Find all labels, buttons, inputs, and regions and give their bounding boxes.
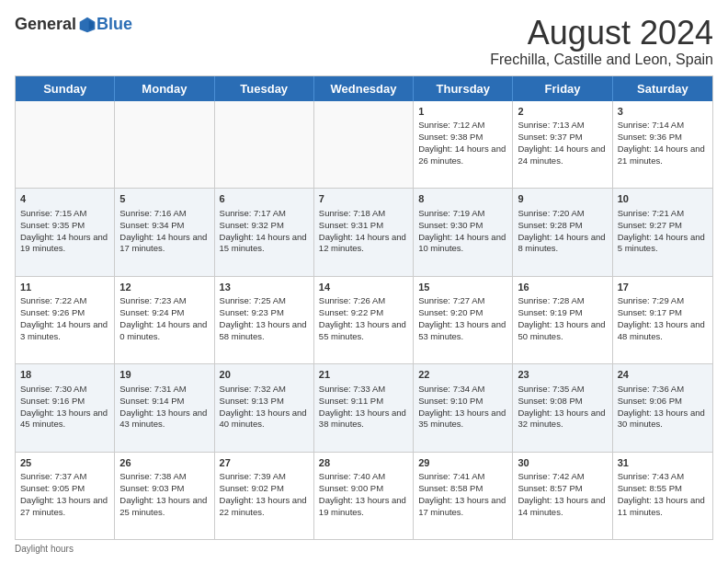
day-info: Sunrise: 7:30 AM Sunset: 9:16 PM Dayligh… bbox=[20, 384, 108, 429]
calendar-cell: 28Sunrise: 7:40 AM Sunset: 9:00 PM Dayli… bbox=[314, 453, 414, 539]
calendar: SundayMondayTuesdayWednesdayThursdayFrid… bbox=[15, 75, 713, 540]
logo-general-text: General bbox=[15, 15, 76, 34]
calendar-cell: 13Sunrise: 7:25 AM Sunset: 9:23 PM Dayli… bbox=[215, 277, 314, 363]
calendar-cell: 22Sunrise: 7:34 AM Sunset: 9:10 PM Dayli… bbox=[414, 364, 513, 451]
calendar-cell bbox=[115, 101, 214, 188]
day-info: Sunrise: 7:43 AM Sunset: 8:55 PM Dayligh… bbox=[618, 471, 705, 516]
day-info: Sunrise: 7:36 AM Sunset: 9:06 PM Dayligh… bbox=[618, 384, 705, 429]
day-number: 7 bbox=[319, 192, 408, 206]
day-number: 10 bbox=[618, 192, 708, 206]
calendar-row: 11Sunrise: 7:22 AM Sunset: 9:26 PM Dayli… bbox=[16, 277, 712, 364]
day-number: 29 bbox=[418, 456, 507, 470]
calendar-row: 1Sunrise: 7:12 AM Sunset: 9:38 PM Daylig… bbox=[16, 101, 712, 189]
day-number: 9 bbox=[518, 192, 607, 206]
day-info: Sunrise: 7:25 AM Sunset: 9:23 PM Dayligh… bbox=[220, 295, 307, 340]
calendar-row: 25Sunrise: 7:37 AM Sunset: 9:05 PM Dayli… bbox=[16, 453, 712, 539]
day-number: 12 bbox=[119, 281, 209, 294]
calendar-cell: 16Sunrise: 7:28 AM Sunset: 9:19 PM Dayli… bbox=[513, 277, 612, 363]
day-info: Sunrise: 7:38 AM Sunset: 9:03 PM Dayligh… bbox=[119, 471, 207, 516]
day-number: 4 bbox=[20, 192, 109, 206]
calendar-cell: 10Sunrise: 7:21 AM Sunset: 9:27 PM Dayli… bbox=[613, 189, 712, 275]
calendar-header-cell: Friday bbox=[513, 76, 612, 101]
day-info: Sunrise: 7:14 AM Sunset: 9:36 PM Dayligh… bbox=[618, 120, 705, 165]
day-info: Sunrise: 7:19 AM Sunset: 9:30 PM Dayligh… bbox=[418, 208, 506, 253]
calendar-cell bbox=[215, 101, 314, 188]
calendar-cell: 11Sunrise: 7:22 AM Sunset: 9:26 PM Dayli… bbox=[16, 277, 115, 363]
day-info: Sunrise: 7:22 AM Sunset: 9:26 PM Dayligh… bbox=[20, 295, 108, 340]
calendar-cell: 30Sunrise: 7:42 AM Sunset: 8:57 PM Dayli… bbox=[513, 453, 612, 539]
day-number: 11 bbox=[20, 281, 109, 294]
day-number: 3 bbox=[618, 105, 708, 119]
day-number: 8 bbox=[418, 192, 507, 206]
day-number: 23 bbox=[518, 368, 607, 382]
day-info: Sunrise: 7:13 AM Sunset: 9:37 PM Dayligh… bbox=[518, 120, 605, 165]
day-info: Sunrise: 7:34 AM Sunset: 9:10 PM Dayligh… bbox=[418, 384, 506, 429]
day-info: Sunrise: 7:16 AM Sunset: 9:34 PM Dayligh… bbox=[119, 208, 207, 253]
day-info: Sunrise: 7:37 AM Sunset: 9:05 PM Dayligh… bbox=[20, 471, 108, 516]
day-number: 14 bbox=[319, 281, 408, 294]
day-number: 1 bbox=[418, 105, 507, 119]
day-number: 27 bbox=[220, 456, 309, 470]
day-number: 24 bbox=[618, 368, 708, 382]
calendar-header-cell: Monday bbox=[115, 76, 214, 101]
day-number: 30 bbox=[518, 456, 607, 470]
calendar-cell: 18Sunrise: 7:30 AM Sunset: 9:16 PM Dayli… bbox=[16, 364, 115, 451]
day-info: Sunrise: 7:32 AM Sunset: 9:13 PM Dayligh… bbox=[220, 384, 307, 429]
day-info: Sunrise: 7:35 AM Sunset: 9:08 PM Dayligh… bbox=[518, 384, 605, 429]
calendar-cell: 27Sunrise: 7:39 AM Sunset: 9:02 PM Dayli… bbox=[215, 453, 314, 539]
title-block: August 2024 Frechilla, Castille and Leon… bbox=[490, 15, 713, 68]
calendar-cell: 8Sunrise: 7:19 AM Sunset: 9:30 PM Daylig… bbox=[414, 189, 513, 275]
day-info: Sunrise: 7:20 AM Sunset: 9:28 PM Dayligh… bbox=[518, 208, 605, 253]
calendar-header-cell: Sunday bbox=[16, 76, 115, 101]
day-info: Sunrise: 7:39 AM Sunset: 9:02 PM Dayligh… bbox=[220, 471, 307, 516]
calendar-cell: 6Sunrise: 7:17 AM Sunset: 9:32 PM Daylig… bbox=[215, 189, 314, 275]
day-number: 21 bbox=[319, 368, 408, 382]
day-number: 16 bbox=[518, 281, 607, 294]
calendar-cell: 24Sunrise: 7:36 AM Sunset: 9:06 PM Dayli… bbox=[613, 364, 712, 451]
day-number: 20 bbox=[220, 368, 309, 382]
day-info: Sunrise: 7:42 AM Sunset: 8:57 PM Dayligh… bbox=[518, 471, 605, 516]
calendar-header-cell: Thursday bbox=[414, 76, 513, 101]
day-number: 25 bbox=[20, 456, 109, 470]
calendar-cell: 4Sunrise: 7:15 AM Sunset: 9:35 PM Daylig… bbox=[16, 189, 115, 275]
calendar-row: 18Sunrise: 7:30 AM Sunset: 9:16 PM Dayli… bbox=[16, 364, 712, 452]
calendar-cell: 9Sunrise: 7:20 AM Sunset: 9:28 PM Daylig… bbox=[513, 189, 612, 275]
day-info: Sunrise: 7:23 AM Sunset: 9:24 PM Dayligh… bbox=[119, 295, 207, 340]
calendar-cell bbox=[314, 101, 414, 188]
calendar-cell: 3Sunrise: 7:14 AM Sunset: 9:36 PM Daylig… bbox=[613, 101, 712, 188]
calendar-cell: 21Sunrise: 7:33 AM Sunset: 9:11 PM Dayli… bbox=[314, 364, 414, 451]
calendar-cell: 12Sunrise: 7:23 AM Sunset: 9:24 PM Dayli… bbox=[115, 277, 214, 363]
calendar-cell: 14Sunrise: 7:26 AM Sunset: 9:22 PM Dayli… bbox=[314, 277, 414, 363]
logo-blue-text: Blue bbox=[97, 15, 132, 34]
calendar-cell: 15Sunrise: 7:27 AM Sunset: 9:20 PM Dayli… bbox=[414, 277, 513, 363]
calendar-header: SundayMondayTuesdayWednesdayThursdayFrid… bbox=[16, 76, 712, 101]
calendar-cell bbox=[16, 101, 115, 188]
header: General Blue August 2024 Frechilla, Cast… bbox=[15, 15, 713, 68]
calendar-cell: 5Sunrise: 7:16 AM Sunset: 9:34 PM Daylig… bbox=[115, 189, 214, 275]
day-number: 31 bbox=[618, 456, 708, 470]
day-number: 18 bbox=[20, 368, 109, 382]
calendar-cell: 19Sunrise: 7:31 AM Sunset: 9:14 PM Dayli… bbox=[115, 364, 214, 451]
calendar-cell: 31Sunrise: 7:43 AM Sunset: 8:55 PM Dayli… bbox=[613, 453, 712, 539]
day-number: 15 bbox=[418, 281, 507, 294]
main-title: August 2024 bbox=[490, 15, 713, 52]
subtitle: Frechilla, Castille and Leon, Spain bbox=[490, 52, 713, 68]
calendar-cell: 2Sunrise: 7:13 AM Sunset: 9:37 PM Daylig… bbox=[513, 101, 612, 188]
calendar-cell: 1Sunrise: 7:12 AM Sunset: 9:38 PM Daylig… bbox=[414, 101, 513, 188]
day-info: Sunrise: 7:33 AM Sunset: 9:11 PM Dayligh… bbox=[319, 384, 406, 429]
day-number: 26 bbox=[119, 456, 209, 470]
day-number: 6 bbox=[220, 192, 309, 206]
day-info: Sunrise: 7:29 AM Sunset: 9:17 PM Dayligh… bbox=[618, 295, 705, 340]
footer-note: Daylight hours bbox=[15, 544, 713, 554]
page: General Blue August 2024 Frechilla, Cast… bbox=[0, 0, 728, 563]
day-info: Sunrise: 7:17 AM Sunset: 9:32 PM Dayligh… bbox=[220, 208, 307, 253]
calendar-body: 1Sunrise: 7:12 AM Sunset: 9:38 PM Daylig… bbox=[16, 101, 712, 539]
calendar-cell: 29Sunrise: 7:41 AM Sunset: 8:58 PM Dayli… bbox=[414, 453, 513, 539]
calendar-cell: 7Sunrise: 7:18 AM Sunset: 9:31 PM Daylig… bbox=[314, 189, 414, 275]
calendar-header-cell: Saturday bbox=[613, 76, 712, 101]
day-number: 13 bbox=[220, 281, 309, 294]
day-info: Sunrise: 7:31 AM Sunset: 9:14 PM Dayligh… bbox=[119, 384, 207, 429]
day-info: Sunrise: 7:26 AM Sunset: 9:22 PM Dayligh… bbox=[319, 295, 406, 340]
calendar-cell: 26Sunrise: 7:38 AM Sunset: 9:03 PM Dayli… bbox=[115, 453, 214, 539]
calendar-header-cell: Tuesday bbox=[215, 76, 314, 101]
